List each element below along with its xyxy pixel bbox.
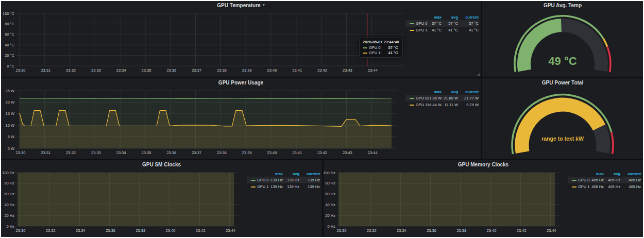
gpu-memory-clocks-chart[interactable]: 0 Hz20 Hz40 Hz60 Hz80 Hz100 Hz23:3023:32… — [324, 168, 568, 237]
gpu_sm_clocks-plot: 0 Hz20 Hz40 Hz60 Hz80 Hz100 Hz23:3023:32… — [1, 168, 247, 236]
legend-series-gpu-1[interactable]: GPU 1 — [247, 183, 265, 190]
x-tick-label: 23:39 — [242, 150, 252, 155]
y-tick-label: 0 Hz — [7, 224, 15, 229]
x-tick-label: 23:38 — [217, 150, 227, 155]
gauge-value: range to text kW — [482, 135, 643, 142]
legend-series-gpu-1[interactable]: GPU 1 — [405, 101, 424, 108]
gpu_power_total-gauge-arc — [482, 87, 643, 159]
series-color-dash-icon — [410, 105, 414, 106]
x-tick-label: 23:32 — [66, 68, 76, 73]
legend-header-spacer — [247, 174, 265, 175]
x-tick-label: 23:30 — [337, 228, 347, 233]
legend-column-avg: avg — [283, 171, 299, 177]
legend-value: 9.79 W — [458, 101, 479, 108]
panel-header-gpu-avg-temp[interactable]: GPU Avg. Temp — [482, 1, 643, 9]
legend-value: 57 °C — [442, 20, 458, 27]
panel-menu-caret-icon[interactable]: ▾ — [263, 3, 265, 7]
panel-body: 0 W5 W10 W15 W20 W25 W23:3023:3123:3223:… — [1, 87, 481, 159]
legend-value: 405 Hz — [604, 177, 620, 183]
series-color-dash-icon — [572, 180, 577, 181]
gpu-power-total-gauge: range to text kW — [482, 87, 643, 159]
y-tick-label: 20 Hz — [4, 213, 14, 218]
y-tick-label: 100 °C — [3, 11, 15, 16]
panel-title: GPU Memory Clocks — [458, 162, 509, 167]
y-tick-label: 80 Hz — [325, 181, 335, 185]
legend-header-spacer — [405, 92, 424, 93]
panel-body: 0 °C20 °C40 °C60 °C80 °C100 °C23:3023:31… — [1, 9, 481, 77]
legend-series-gpu-0[interactable]: GPU 0 — [405, 20, 424, 27]
gpu_temperature-plot: 0 °C20 °C40 °C60 °C80 °C100 °C23:3023:31… — [1, 9, 405, 76]
gpu-avg-temp-gauge: 49 °C — [482, 9, 643, 77]
tooltip-series-value: 57 °C — [388, 45, 398, 50]
x-tick-label: 23:44 — [547, 228, 556, 233]
legend-column-current: current — [299, 171, 320, 177]
y-tick-label: 40 °C — [5, 43, 14, 47]
legend-series-gpu-0[interactable]: GPU 0 — [568, 177, 586, 183]
legend-value: 405 Hz — [620, 183, 641, 190]
legend-value: 41 °C — [442, 27, 458, 33]
x-tick-label: 23:36 — [427, 228, 436, 233]
panel-header-gpu-temperature[interactable]: GPU Temperature ▾ — [1, 1, 481, 9]
chart-tooltip: 2020-05-01 23:44:48 GPU 0:57 °CGPU 1:41 … — [359, 38, 403, 58]
gpu-sm-clocks-chart[interactable]: 0 Hz20 Hz40 Hz60 Hz80 Hz100 Hz23:3023:32… — [1, 168, 247, 237]
legend-series-gpu-0[interactable]: GPU 0 — [405, 95, 424, 101]
panel-header-gpu-power-usage[interactable]: GPU Power Usage — [1, 78, 481, 87]
panel-gpu-power-usage: GPU Power Usage 0 W5 W10 W15 W20 W25 W23… — [1, 78, 481, 159]
legend-value: 405 Hz — [586, 177, 604, 183]
x-tick-label: 23:38 — [217, 68, 227, 73]
legend-value: 21.77 W — [458, 95, 479, 101]
series-area-gpu-1 — [18, 173, 234, 226]
panel-gpu-sm-clocks: GPU SM Clocks 0 Hz20 Hz40 Hz60 Hz80 Hz10… — [1, 160, 322, 237]
legend-column-max: max — [424, 89, 442, 95]
legend-series-gpu-1[interactable]: GPU 1 — [568, 183, 586, 190]
gpu-sm-clocks-legend: maxavgcurrentGPU 0139 Hz139 Hz139 HzGPU … — [247, 168, 322, 237]
series-color-dash-icon — [363, 53, 367, 54]
legend-header-spacer — [568, 174, 586, 175]
x-tick-label: 23:36 — [166, 150, 176, 155]
y-tick-label: 60 °C — [5, 32, 14, 37]
panel-title: GPU Power Total — [542, 80, 583, 86]
x-tick-label: 23:33 — [91, 68, 101, 73]
legend-value: 405 Hz — [620, 177, 641, 183]
y-tick-label: 60 Hz — [325, 192, 335, 196]
gpu-power-usage-chart[interactable]: 0 W5 W10 W15 W20 W25 W23:3023:3123:3223:… — [1, 87, 405, 159]
gpu_memory_clocks-plot: 0 Hz20 Hz40 Hz60 Hz80 Hz100 Hz23:3023:32… — [324, 168, 568, 236]
x-tick-label: 23:40 — [267, 150, 277, 155]
panel-header-gpu-sm-clocks[interactable]: GPU SM Clocks — [1, 160, 322, 168]
x-tick-label: 23:41 — [292, 150, 302, 155]
x-tick-label: 23:39 — [242, 68, 252, 73]
x-tick-label: 23:37 — [192, 68, 201, 73]
x-tick-label: 23:36 — [106, 228, 115, 233]
tooltip-timestamp: 2020-05-01 23:44:48 — [363, 40, 399, 44]
x-tick-label: 23:40 — [166, 228, 176, 233]
tooltip-rows: GPU 0:57 °CGPU 1:41 °C — [363, 45, 399, 55]
legend-series-gpu-0[interactable]: GPU 0 — [247, 177, 265, 183]
x-tick-label: 23:30 — [16, 68, 26, 73]
y-tick-label: 0 Hz — [328, 224, 336, 229]
y-tick-label: 15 W — [5, 111, 14, 116]
panel-resize-handle[interactable] — [477, 73, 480, 76]
legend-value: 41 °C — [458, 27, 479, 33]
grafana-dashboard: GPU Temperature ▾ 0 °C20 °C40 °C60 °C80 … — [1, 1, 643, 237]
gpu_power_usage-plot: 0 W5 W10 W15 W20 W25 W23:3023:3123:3223:… — [1, 87, 405, 158]
legend-value: 139 Hz — [299, 177, 320, 183]
panel-gpu-power-total: GPU Power Total range to text kW — [482, 78, 643, 159]
legend-series-gpu-1[interactable]: GPU 1 — [405, 27, 424, 33]
panel-header-gpu-power-total[interactable]: GPU Power Total — [482, 78, 643, 87]
x-tick-label: 23:34 — [397, 228, 406, 233]
y-tick-label: 100 Hz — [324, 171, 335, 175]
panel-body: 0 Hz20 Hz40 Hz60 Hz80 Hz100 Hz23:3023:32… — [1, 168, 322, 237]
gpu-temperature-chart[interactable]: 0 °C20 °C40 °C60 °C80 °C100 °C23:3023:31… — [1, 9, 405, 77]
x-tick-label: 23:34 — [76, 228, 86, 233]
x-tick-label: 23:42 — [517, 228, 527, 233]
panel-title: GPU Avg. Temp — [544, 3, 582, 8]
legend-value: 139 Hz — [265, 183, 283, 190]
legend-value: 21.68 W — [442, 95, 458, 101]
gpu-memory-clocks-legend: maxavgcurrentGPU 0405 Hz405 Hz405 HzGPU … — [568, 168, 643, 237]
panel-header-gpu-memory-clocks[interactable]: GPU Memory Clocks — [324, 160, 643, 168]
panel-title: GPU Power Usage — [218, 80, 263, 86]
y-tick-label: 40 Hz — [4, 202, 14, 207]
y-tick-label: 100 Hz — [2, 171, 14, 175]
y-tick-label: 10 W — [5, 123, 14, 128]
gauge-fill — [522, 105, 599, 152]
